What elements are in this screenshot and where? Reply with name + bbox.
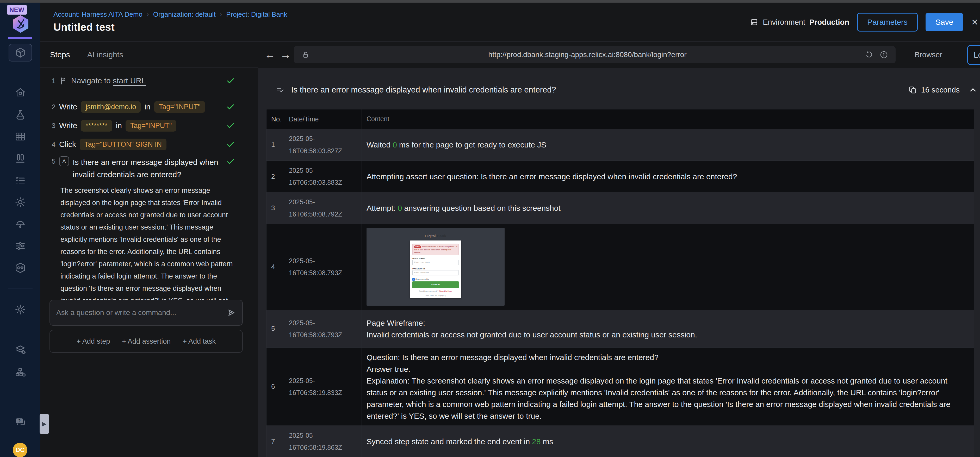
step-selector-chip[interactable]: Tag="BUTTON" SIGN IN [80,139,167,150]
page-header: Account: Harness AITA Demo›Organization:… [40,3,980,42]
flask-icon[interactable] [14,109,26,121]
harness-logo-icon[interactable] [12,14,29,33]
question-text: Is there an error message displayed when… [291,85,908,95]
cell-no: 4 [266,224,284,310]
step-connector: in [116,121,122,130]
thumb-remember-me: ✓ Remember Me [412,278,429,281]
table-row: 7 2025-05-16T06:58:19.863Z Synced step s… [266,426,974,457]
step-action: Write [59,121,77,130]
browser-view-button[interactable]: Browser [909,42,947,68]
table-row: 1 2025-05-16T06:58:03.827Z Waited0ms for… [266,129,974,161]
step-action: Write [59,102,77,111]
settings-gear-icon[interactable] [14,196,26,208]
add-task-button[interactable]: + Add task [183,338,216,346]
home-icon[interactable] [14,86,26,99]
cell-datetime: 2025-05-16T06:58:08.793Z [284,310,362,347]
cell-no: 1 [266,129,284,161]
thumb-help-link: Click here for help (P3) [410,294,461,297]
step-number: 1 [40,77,56,85]
add-assertion-button[interactable]: + Add assertion [122,338,171,346]
step-number: 4 [40,140,56,148]
back-arrow-icon[interactable]: ← [264,48,275,61]
col-header-datetime: Date/Time [284,110,362,129]
breadcrumb-account[interactable]: Account: Harness AITA Demo [53,10,143,18]
breadcrumb-organization[interactable]: Organization: default [153,10,216,18]
thumb-alert-close-icon: × [456,245,457,248]
grid-icon[interactable] [14,131,26,143]
flag-icon [59,76,68,85]
close-icon[interactable]: × [971,16,978,29]
incognito-icon[interactable] [14,218,26,230]
step-number: 5 [40,158,56,166]
step-number: 2 [40,103,56,111]
command-composer [49,299,243,326]
forward-arrow-icon[interactable]: → [280,48,291,61]
step-action: Click [59,140,76,149]
help-chat-icon[interactable]: ? [14,416,26,428]
table-row: 4 2025-05-16T06:58:08.793Z Digital Bank … [266,224,974,310]
breadcrumb-separator: › [216,10,226,18]
add-step-button[interactable]: + Add step [76,338,110,346]
layers-settings-icon[interactable] [14,344,26,356]
assertion-question-line2: invalid credentials are entered? [73,170,181,179]
connectors-icon[interactable] [14,262,26,274]
send-icon[interactable] [227,308,236,317]
step-row-3[interactable]: 3 Write ******** in Tag="INPUT" [40,119,258,132]
url-bar[interactable]: http://prod.dbank.staging-apps.relicx.ai… [294,46,896,63]
info-icon[interactable] [880,50,888,59]
checklist-icon[interactable] [14,174,26,186]
cell-no: 2 [266,161,284,192]
new-badge: NEW [7,5,27,14]
step-value-chip[interactable]: ******** [81,120,112,132]
step-success-check-icon [226,157,235,166]
avatar[interactable]: DC [13,443,27,457]
module-cube-icon[interactable] [14,47,26,59]
step-value-chip[interactable]: jsmith@demo.io [81,101,141,113]
network-settings-icon[interactable] [14,366,26,379]
table-row: 2 2025-05-16T06:58:03.883Z Attempting as… [266,161,974,193]
command-input[interactable] [56,309,227,317]
browser-toolbar: ← → http://prod.dbank.staging-apps.relic… [258,42,980,68]
cell-no: 3 [266,192,284,224]
step-row-2[interactable]: 2 Write jsmith@demo.io in Tag="INPUT" [40,100,258,114]
cell-no: 7 [266,426,284,457]
cell-content: Attempt:0answering question based on thi… [362,192,974,224]
start-url-link[interactable]: start URL [113,76,146,85]
copy-icon[interactable] [908,86,917,94]
save-button[interactable]: Save [926,13,963,31]
cell-no: 6 [266,348,284,425]
chevron-up-icon[interactable] [969,86,977,94]
logs-view-button[interactable]: Logs [967,45,980,65]
panel-expand-handle[interactable]: ▶ [40,414,49,434]
log-table: No. Date/Time Content 1 2025-05-16T06:58… [266,109,974,457]
step-selector-chip[interactable]: Tag="INPUT" [154,101,205,113]
step-row-4[interactable]: 4 Click Tag="BUTTON" SIGN IN [40,138,258,151]
tab-ai-insights[interactable]: AI insights [87,50,123,59]
parameters-button[interactable]: Parameters [857,13,918,32]
steps-tabbar: Steps AI insights [40,42,258,68]
app-window: NEW [0,0,980,457]
main-panel: ← → http://prod.dbank.staging-apps.relic… [258,42,980,457]
assertion-question-line1: Is there an error message displayed when [73,158,218,167]
account-settings-gear-icon[interactable] [14,304,26,315]
step-number: 3 [40,122,56,130]
rail-divider [8,288,33,288]
thumb-signin-button: SIGN IN [412,281,459,288]
breadcrumb-project[interactable]: Project: Digital Bank [226,10,287,18]
step-selector-chip[interactable]: Tag="INPUT" [126,120,177,132]
pipelines-icon[interactable] [14,240,26,252]
window-chrome-strip [0,0,980,3]
cell-datetime: 2025-05-16T06:58:19.833Z [284,348,362,425]
cell-datetime: 2025-05-16T06:58:03.827Z [284,129,362,161]
refresh-icon[interactable] [865,50,874,59]
step-row-5[interactable]: 5 A Is there an error message displayed … [40,156,258,182]
step-connector: in [144,102,150,111]
test-suites-icon[interactable] [14,153,26,164]
step-row-1[interactable]: 1 Navigate to start URL [40,75,258,86]
tab-steps[interactable]: Steps [50,50,70,59]
screenshot-thumbnail[interactable]: Digital Bank ErrorInvalid credentials or… [366,228,504,306]
table-row: 5 2025-05-16T06:58:08.793Z Page Wirefram… [266,310,974,348]
add-actions-box: + Add step + Add assertion + Add task [49,330,243,353]
environment-selector[interactable]: Environment Production [750,18,849,27]
col-header-content: Content [362,110,974,129]
